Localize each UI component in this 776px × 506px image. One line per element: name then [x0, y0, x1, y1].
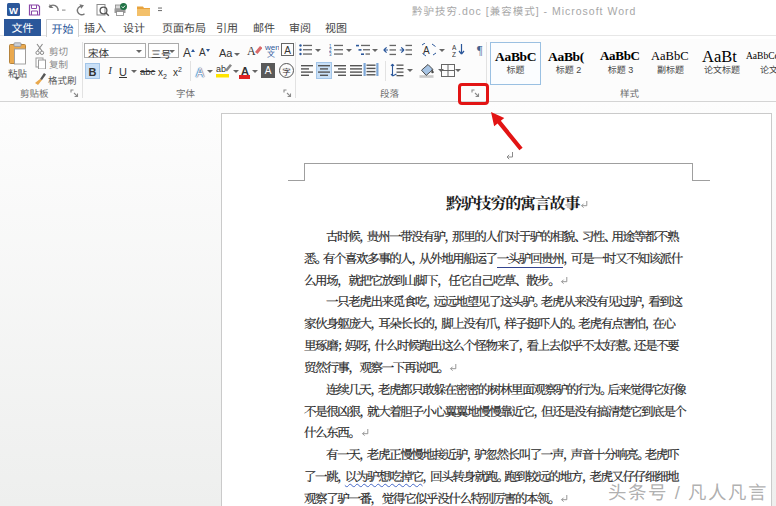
- svg-text:W: W: [9, 5, 18, 16]
- svg-text:3: 3: [329, 51, 332, 56]
- svg-text:Z: Z: [452, 49, 456, 57]
- svg-text:文: 文: [267, 48, 275, 58]
- svg-text:ab: ab: [216, 62, 226, 75]
- svg-text:A: A: [247, 44, 256, 58]
